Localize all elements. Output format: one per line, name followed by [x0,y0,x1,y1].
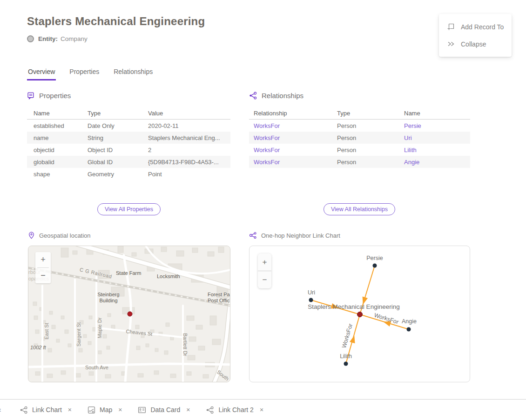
context-menu: Add Record To Collapse [439,14,512,57]
tab-close-icon[interactable]: × [0,406,4,414]
entity-location-marker[interactable] [128,312,133,317]
menu-item-add-record-to[interactable]: Add Record To [439,18,512,35]
cell-type: Global ID [88,159,148,166]
column-header: Name [27,110,88,117]
cell-name: shape [27,171,88,178]
bottom-tab-map[interactable]: Map × [88,406,122,414]
node-label-center: Staplers Mechanical Engineering [308,303,399,310]
tab-label: Map [100,406,112,413]
page-title: Staplers Mechanical Engineering [27,15,205,28]
bottom-tab-link-chart-2[interactable]: Link Chart 2 × [206,406,263,414]
cell-type: Date Only [88,122,148,129]
cell-value: 2 [148,147,230,153]
entity-type-value: Company [61,35,88,42]
map-pin-icon [28,232,35,239]
cell-value: 2020-02-11 [148,122,230,129]
map-zoom-out-button[interactable]: − [35,268,51,283]
column-header: Value [148,110,230,117]
tab-label: Link Chart [32,406,62,413]
node-label-angie: Angie [402,318,417,325]
table-row: established Date Only 2020-02-11 [27,120,230,132]
entity-link[interactable]: Lilith [404,147,417,153]
map-scale-label: 1002 ft [30,345,46,350]
tab-close-icon[interactable]: × [186,406,190,413]
relationships-table: Relationship Type Name WorksFor Person P… [249,107,470,168]
tab-properties[interactable]: Properties [68,67,100,80]
view-all-properties-button[interactable]: View All Properties [97,203,161,215]
properties-table: Name Type Value established Date Only 20… [27,107,230,180]
tab-close-icon[interactable]: × [118,406,122,413]
detail-tabs: Overview Properties Relationships [27,67,154,80]
node-label-persie: Persie [366,255,383,261]
relationship-link[interactable]: WorksFor [254,122,280,129]
cell-type: Person [337,159,404,166]
table-row: objectid Object ID 2 [27,144,230,156]
tab-overview[interactable]: Overview [27,67,56,80]
relationships-section: Relationships Relationship Type Name Wor… [249,92,470,168]
link-chart-icon [20,406,28,414]
map-label-east-st: East St [44,323,49,339]
entity-type-dot-icon [27,35,34,42]
tab-close-icon[interactable]: × [260,406,263,413]
map-label-steinberg: Building [99,298,117,303]
section-title: One-hop Neighbor Link Chart [261,232,340,239]
cell-name: established [27,122,88,129]
section-title: Properties [39,92,71,100]
view-all-relationships-button[interactable]: View All Relationships [324,203,395,215]
entity-badge: Entity: Company [27,35,88,42]
map-label-steinberg: Steinberg [97,292,119,297]
map-label-state-farm: State Farm [116,270,141,276]
table-row: WorksFor Person Lilith [249,144,470,156]
bottom-tab-bar: × Link Chart × Map × Data Card × [0,399,526,420]
add-record-icon [447,23,455,31]
bottom-tab-link-chart[interactable]: Link Chart × [20,406,72,414]
column-header: Relationship [249,110,337,117]
chart-zoom-in-button[interactable]: + [258,253,271,271]
tab-label: Data Card [150,406,180,413]
relationship-link[interactable]: WorksFor [254,159,280,166]
relationship-link[interactable]: WorksFor [254,134,280,141]
column-header: Name [404,110,470,117]
cell-type: String [88,134,148,141]
map-zoom-in-button[interactable]: + [35,252,51,267]
node-lilith[interactable] [344,362,348,366]
column-header: Type [88,110,148,117]
cell-type: Person [337,134,404,141]
tab-relationships[interactable]: Relationships [113,67,154,80]
cell-name: objectid [27,147,88,153]
one-hop-link-chart[interactable]: Persie Uri Angie Lilith Staplers Mechani… [249,246,470,382]
node-center[interactable] [357,312,363,317]
entity-link[interactable]: Uri [404,134,412,141]
section-title: Relationships [262,92,303,100]
node-persie[interactable] [373,264,377,268]
bottom-tab-data-card[interactable]: Data Card × [138,406,190,414]
cell-name: name [27,134,88,141]
map-label-sargent-st: Sargent St [76,322,81,347]
map-icon [88,406,95,414]
map-label-forest-park: Post Offic [208,298,229,303]
link-chart-icon [249,232,257,239]
entity-label: Entity: [38,35,58,42]
menu-item-collapse[interactable]: Collapse [439,35,512,53]
table-row: globalid Global ID {5D9B4713-F98D-4A53-.… [27,156,230,168]
geospatial-section-header: Geospatial location [28,232,91,239]
cell-value: Point [148,171,230,178]
cell-type: Person [337,147,404,153]
node-label-uri: Uri [308,289,315,296]
tab-close-icon[interactable]: × [68,406,72,413]
map-label-bartlett-dr: Bartlett Dr [182,333,188,356]
entity-link[interactable]: Persie [404,122,421,129]
table-row: WorksFor Person Angie [249,156,470,168]
properties-section: Properties Name Type Value established D… [27,92,230,180]
entity-link[interactable]: Angie [404,159,419,166]
relationship-link[interactable]: WorksFor [254,147,280,153]
chart-zoom-out-button[interactable]: − [258,271,271,288]
node-label-lilith: Lilith [340,353,352,360]
node-uri[interactable] [309,298,313,302]
node-angie[interactable] [407,327,411,332]
table-row: WorksFor Person Persie [249,120,470,132]
geospatial-map[interactable]: rbour opaedics C G Railroad State Farm L… [28,246,230,382]
map-label-south-ave: South Ave [85,365,108,370]
properties-icon [27,92,35,100]
cell-type: Person [337,122,404,129]
